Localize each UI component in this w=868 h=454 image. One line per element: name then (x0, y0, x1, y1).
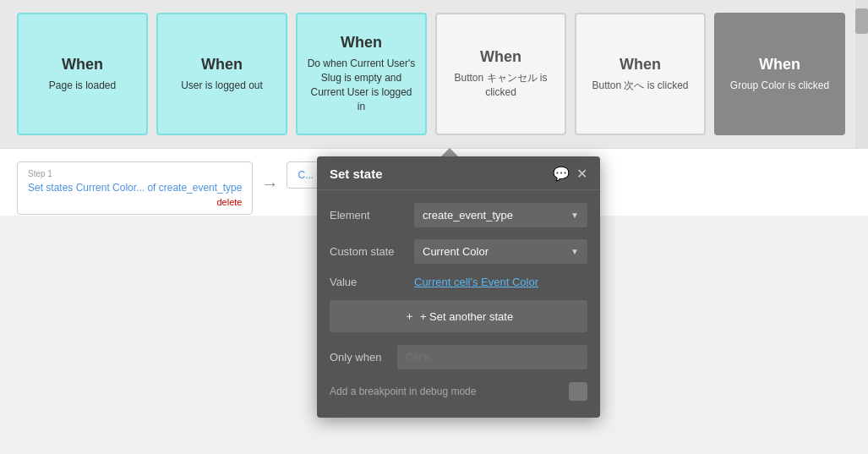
card-desc-6: Group Color is clicked (730, 79, 829, 93)
modal-header-icons: 💬 ✕ (553, 167, 587, 181)
arrow-right: → (261, 174, 278, 194)
step-1-box[interactable]: Step 1 Set states Current Color... of cr… (17, 161, 253, 215)
set-another-label: + Set another state (420, 310, 513, 323)
only-when-input[interactable] (397, 345, 587, 369)
card-group-color[interactable]: When Group Color is clicked (714, 13, 845, 135)
card-when-label-4: When (480, 48, 521, 66)
card-desc-4: Button キャンセル is clicked (445, 71, 556, 100)
value-row: Value Current cell's Event Color (330, 276, 587, 288)
value-label: Value (330, 276, 414, 288)
element-row: Element create_event_type ▼ (330, 203, 587, 227)
card-desc-3: Do when Current User's Slug is empty and… (306, 57, 417, 113)
card-when-label-2: When (201, 56, 243, 74)
element-dropdown[interactable]: create_event_type ▼ (414, 203, 587, 227)
custom-state-value: Current Color (423, 245, 489, 258)
scroll-thumb (855, 8, 868, 34)
element-dropdown-arrow: ▼ (570, 211, 579, 220)
debug-label: Add a breakpoint in debug mode (330, 386, 476, 397)
card-when-label-5: When (620, 56, 661, 74)
element-value: create_event_type (423, 209, 513, 222)
debug-toggle[interactable] (569, 382, 587, 401)
step-delete[interactable]: delete (28, 197, 242, 207)
set-state-modal: Set state 💬 ✕ Element create_event_type … (317, 156, 600, 418)
only-when-row: Only when (330, 345, 587, 369)
card-when-label-1: When (62, 56, 103, 74)
comment-icon[interactable]: 💬 (553, 167, 570, 181)
card-desc-2: User is logged out (181, 79, 263, 93)
card-button-cancel[interactable]: When Button キャンセル is clicked (435, 13, 566, 135)
cards-area: When Page is loaded When User is logged … (0, 0, 868, 148)
modal-header: Set state 💬 ✕ (317, 156, 600, 190)
close-icon[interactable]: ✕ (576, 167, 587, 181)
modal-title: Set state (330, 167, 383, 181)
card-page-loaded[interactable]: When Page is loaded (17, 13, 148, 135)
card-when-label-6: When (759, 56, 800, 74)
modal-overlay: Set state 💬 ✕ Element create_event_type … (317, 156, 600, 418)
scroll-bar[interactable] (855, 0, 868, 148)
step-content: Set states Current Color... of create_ev… (28, 182, 242, 194)
step-label: Step 1 (28, 169, 242, 178)
modal-body: Element create_event_type ▼ Custom state… (317, 190, 600, 418)
only-when-label: Only when (330, 351, 397, 364)
element-label: Element (330, 209, 414, 222)
debug-row: Add a breakpoint in debug mode (330, 378, 587, 405)
card-when-label-3: When (341, 34, 382, 52)
card-desc-5: Button 次へ is clicked (592, 79, 688, 93)
card-current-user-slug[interactable]: When Do when Current User's Slug is empt… (296, 13, 427, 135)
card-button-next[interactable]: When Button 次へ is clicked (575, 13, 706, 135)
value-link[interactable]: Current cell's Event Color (414, 276, 538, 288)
card-desc-1: Page is loaded (49, 79, 116, 93)
custom-state-dropdown-arrow: ▼ (570, 247, 579, 256)
custom-state-dropdown[interactable]: Current Color ▼ (414, 239, 587, 264)
set-another-icon: ＋ (404, 309, 415, 324)
custom-state-row: Custom state Current Color ▼ (330, 239, 587, 264)
card-user-logged-out[interactable]: When User is logged out (156, 13, 287, 135)
custom-state-label: Custom state (330, 245, 414, 258)
set-another-state-button[interactable]: ＋ + Set another state (330, 300, 587, 332)
